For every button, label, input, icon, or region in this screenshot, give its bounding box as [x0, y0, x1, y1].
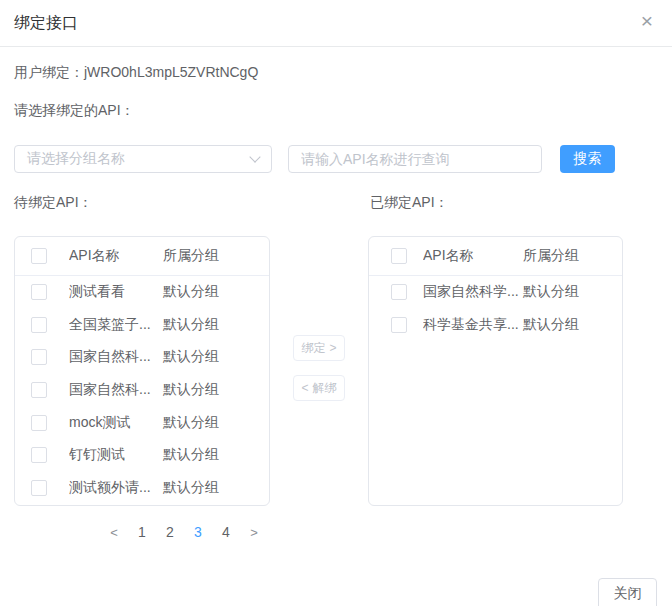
table-row: 全国菜篮子... 默认分组 [15, 309, 269, 342]
dialog-header: 绑定接口 × [0, 0, 672, 47]
pagination-page-4[interactable]: 4 [212, 518, 240, 546]
api-group-cell: 默认分组 [163, 479, 219, 497]
select-all-checkbox[interactable] [391, 248, 407, 264]
column-header-name: API名称 [69, 247, 163, 265]
table-row: 科学基金共享... 默认分组 [369, 309, 622, 342]
select-api-label: 请选择绑定的API： [14, 102, 135, 120]
unbind-button-label: 解绑 [313, 380, 337, 397]
bind-button-label: 绑定 [301, 340, 325, 357]
bound-api-label: 已绑定API： [370, 194, 449, 212]
api-group-cell: 默认分组 [163, 446, 219, 464]
arrow-right-icon: > [329, 341, 336, 355]
row-checkbox[interactable] [391, 284, 407, 300]
close-button[interactable]: 关闭 [598, 578, 657, 606]
row-checkbox[interactable] [31, 415, 47, 431]
api-name-cell: 全国菜篮子... [69, 316, 163, 334]
api-group-cell: 默认分组 [163, 283, 219, 301]
api-name-cell: 测试额外请... [69, 479, 163, 497]
row-checkbox[interactable] [31, 349, 47, 365]
row-checkbox[interactable] [31, 480, 47, 496]
pagination-page-3[interactable]: 3 [184, 518, 212, 546]
table-row: 钉钉测试 默认分组 [15, 439, 269, 472]
pagination-page-2[interactable]: 2 [156, 518, 184, 546]
column-header-group: 所属分组 [523, 247, 579, 265]
pending-api-label: 待绑定API： [14, 194, 93, 212]
api-group-cell: 默认分组 [523, 316, 579, 334]
api-name-cell: 测试看看 [69, 283, 163, 301]
api-group-cell: 默认分组 [163, 381, 219, 399]
bound-api-table: API名称 所属分组 国家自然科学... 默认分组 科学基金共享... 默认分组 [368, 236, 623, 506]
bind-button[interactable]: 绑定 > [293, 335, 345, 361]
table-row: 测试看看 默认分组 [15, 276, 269, 309]
table-header: API名称 所属分组 [369, 237, 622, 276]
chevron-down-icon [249, 151, 260, 162]
row-checkbox[interactable] [31, 447, 47, 463]
row-checkbox[interactable] [31, 382, 47, 398]
arrow-left-icon: < [301, 381, 308, 395]
pagination: < 1 2 3 4 > [100, 518, 268, 546]
pending-api-table: API名称 所属分组 测试看看 默认分组 全国菜篮子... 默认分组 国家自然科… [14, 236, 270, 506]
api-name-cell: 科学基金共享... [423, 316, 523, 334]
api-name-cell: 国家自然科学... [423, 283, 523, 301]
api-name-cell: 国家自然科... [69, 381, 163, 399]
table-row: 国家自然科学... 默认分组 [369, 276, 622, 309]
row-checkbox[interactable] [391, 317, 407, 333]
table-row: 国家自然科... 默认分组 [15, 374, 269, 407]
api-group-cell: 默认分组 [163, 316, 219, 334]
unbind-button[interactable]: < 解绑 [293, 375, 345, 401]
pagination-prev-icon[interactable]: < [100, 518, 128, 546]
api-name-cell: 国家自然科... [69, 348, 163, 366]
group-select-placeholder: 请选择分组名称 [27, 150, 125, 168]
user-binding-value: jWRO0hL3mpL5ZVRtNCgQ [84, 64, 258, 80]
pagination-page-1[interactable]: 1 [128, 518, 156, 546]
table-header: API名称 所属分组 [15, 237, 269, 276]
row-checkbox[interactable] [31, 284, 47, 300]
table-row: 测试额外请... 默认分组 [15, 472, 269, 505]
api-group-cell: 默认分组 [163, 348, 219, 366]
search-button[interactable]: 搜索 [560, 145, 615, 173]
api-group-cell: 默认分组 [163, 414, 219, 432]
user-binding-label: 用户绑定： [14, 64, 84, 80]
table-row: mock测试 默认分组 [15, 406, 269, 439]
select-all-checkbox[interactable] [31, 248, 47, 264]
api-name-cell: 钉钉测试 [69, 446, 163, 464]
close-icon[interactable]: × [632, 6, 662, 36]
group-select[interactable]: 请选择分组名称 [14, 145, 272, 173]
api-group-cell: 默认分组 [523, 283, 579, 301]
column-header-group: 所属分组 [163, 247, 219, 265]
api-search-input[interactable] [288, 145, 542, 173]
table-row: 国家自然科... 默认分组 [15, 341, 269, 374]
row-checkbox[interactable] [31, 317, 47, 333]
column-header-name: API名称 [423, 247, 523, 265]
api-name-cell: mock测试 [69, 414, 163, 432]
pagination-next-icon[interactable]: > [240, 518, 268, 546]
user-binding-line: 用户绑定：jWRO0hL3mpL5ZVRtNCgQ [14, 64, 258, 82]
dialog-title: 绑定接口 [14, 12, 78, 34]
